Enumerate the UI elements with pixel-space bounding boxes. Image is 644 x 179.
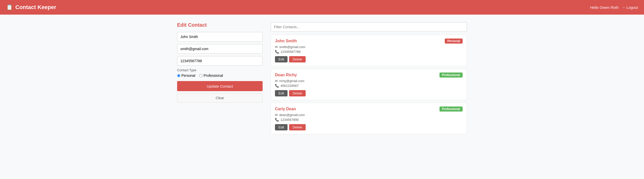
filter-input[interactable] bbox=[271, 22, 467, 32]
brand: 📋 Contact Keeper bbox=[6, 4, 56, 11]
delete-contact-button[interactable]: Delete bbox=[289, 124, 306, 130]
logout-icon: → bbox=[622, 5, 625, 10]
contact-email-info: ✉ smith@gmail.com bbox=[275, 45, 463, 49]
contact-phone: 1234567890 bbox=[280, 118, 299, 122]
phone-input[interactable] bbox=[177, 56, 263, 66]
contact-actions: Edit Delete bbox=[275, 124, 463, 130]
contact-email-info: ✉ dean@gmail.com bbox=[275, 113, 463, 117]
radio-personal[interactable] bbox=[177, 74, 180, 77]
contact-email: smith@gmail.com bbox=[279, 45, 305, 49]
contact-phone: 4561234567 bbox=[280, 84, 299, 88]
contact-email-info: ✉ richy@gmail.com bbox=[275, 79, 463, 83]
main-content: Edit Contact Contact Type Personal Profe… bbox=[171, 15, 473, 142]
phone-icon: 📞 bbox=[275, 118, 279, 122]
contact-type-badge: Personal bbox=[445, 39, 463, 44]
brand-name: Contact Keeper bbox=[15, 4, 56, 11]
contact-phone-info: 📞 4561234567 bbox=[275, 84, 463, 88]
contact-card: Carly Dean Professional ✉ dean@gmail.com… bbox=[271, 103, 467, 134]
delete-contact-button[interactable]: Delete bbox=[289, 90, 306, 96]
email-field-group bbox=[177, 44, 263, 54]
contact-card-header: Dean Richy Professional bbox=[275, 73, 463, 78]
email-input[interactable] bbox=[177, 44, 263, 54]
greeting-text: Hello Owen Roth bbox=[590, 5, 619, 10]
radio-personal-text: Personal bbox=[181, 74, 195, 78]
envelope-icon: ✉ bbox=[275, 79, 278, 83]
contact-phone-info: 📞 1234567890 bbox=[275, 118, 463, 122]
contacts-list: John Smith Personal ✉ smith@gmail.com 📞 … bbox=[271, 35, 467, 134]
phone-icon: 📞 bbox=[275, 50, 279, 54]
update-contact-button[interactable]: Update Contact bbox=[177, 81, 263, 91]
contact-email: dean@gmail.com bbox=[279, 113, 305, 117]
contact-card: Dean Richy Professional ✉ richy@gmail.co… bbox=[271, 69, 467, 100]
name-input[interactable] bbox=[177, 32, 263, 42]
clear-button[interactable]: Clear bbox=[177, 93, 263, 103]
edit-contact-button[interactable]: Edit bbox=[275, 56, 288, 62]
phone-field-group bbox=[177, 56, 263, 66]
header-right: Hello Owen Roth → Logout bbox=[590, 5, 638, 10]
app-header: 📋 Contact Keeper Hello Owen Roth → Logou… bbox=[0, 0, 644, 15]
contact-type-label: Contact Type bbox=[177, 68, 263, 72]
envelope-icon: ✉ bbox=[275, 45, 278, 49]
brand-icon: 📋 bbox=[6, 4, 13, 11]
radio-professional-text: Professional bbox=[204, 74, 223, 78]
contact-phone-info: 📞 12345567788 bbox=[275, 50, 463, 54]
radio-professional[interactable] bbox=[199, 74, 203, 77]
contact-type-badge: Professional bbox=[439, 73, 463, 78]
contact-card-header: Carly Dean Professional bbox=[275, 106, 463, 112]
radio-professional-label[interactable]: Professional bbox=[199, 74, 223, 78]
name-field-group bbox=[177, 32, 263, 42]
contact-type-radio-group: Personal Professional bbox=[177, 74, 263, 78]
contact-name: Dean Richy bbox=[275, 73, 297, 77]
contact-name: John Smith bbox=[275, 39, 297, 43]
radio-personal-label[interactable]: Personal bbox=[177, 74, 195, 78]
contacts-panel: John Smith Personal ✉ smith@gmail.com 📞 … bbox=[271, 20, 467, 137]
delete-contact-button[interactable]: Delete bbox=[289, 56, 306, 62]
logout-label: Logout bbox=[626, 5, 638, 10]
edit-contact-button[interactable]: Edit bbox=[275, 90, 288, 96]
envelope-icon: ✉ bbox=[275, 113, 278, 117]
edit-contact-button[interactable]: Edit bbox=[275, 124, 288, 130]
contact-card-header: John Smith Personal bbox=[275, 39, 463, 44]
edit-panel: Edit Contact Contact Type Personal Profe… bbox=[177, 20, 263, 137]
contact-name: Carly Dean bbox=[275, 107, 296, 111]
contact-card: John Smith Personal ✉ smith@gmail.com 📞 … bbox=[271, 35, 467, 66]
contact-email: richy@gmail.com bbox=[279, 79, 304, 83]
contact-actions: Edit Delete bbox=[275, 56, 463, 62]
contact-type-badge: Professional bbox=[439, 106, 463, 112]
phone-icon: 📞 bbox=[275, 84, 279, 88]
logout-button[interactable]: → Logout bbox=[622, 5, 638, 10]
contact-phone: 12345567788 bbox=[280, 50, 301, 54]
edit-title: Edit Contact bbox=[177, 22, 263, 28]
contact-actions: Edit Delete bbox=[275, 90, 463, 96]
